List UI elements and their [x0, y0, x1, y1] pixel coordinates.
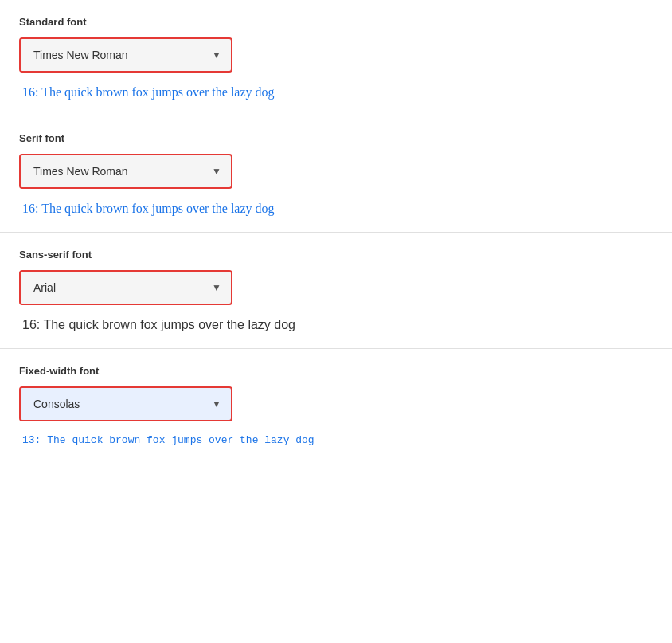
fixed-width-font-preview: 13: The quick brown fox jumps over the l… [19, 434, 653, 446]
standard-font-preview-size: 16: [22, 85, 41, 99]
sans-serif-font-select[interactable]: Arial Helvetica Verdana Tahoma Trebuchet… [22, 273, 229, 302]
serif-font-preview-size: 16: [22, 202, 41, 215]
standard-font-preview: 16: The quick brown fox jumps over the l… [19, 85, 653, 100]
sans-serif-font-select-inner: Arial Helvetica Verdana Tahoma Trebuchet… [22, 273, 229, 302]
settings-page: Standard font Times New Roman Arial Geor… [0, 0, 672, 462]
fixed-width-font-preview-size: 13: [22, 434, 47, 446]
sans-serif-font-section: Sans-serif font Arial Helvetica Verdana … [0, 233, 672, 349]
sans-serif-font-preview: 16: The quick brown fox jumps over the l… [19, 318, 653, 332]
fixed-width-font-select-wrapper: Consolas Courier New Lucida Console Mona… [19, 386, 232, 421]
sans-serif-font-preview-size: 16: [22, 318, 43, 331]
serif-font-preview: 16: The quick brown fox jumps over the l… [19, 202, 653, 216]
standard-font-select-inner: Times New Roman Arial Georgia Verdana Ta… [22, 41, 229, 69]
serif-font-select-wrapper: Times New Roman Georgia Palatino Garamon… [19, 154, 232, 189]
standard-font-preview-text: The quick brown fox jumps over the lazy … [41, 85, 274, 99]
standard-font-select[interactable]: Times New Roman Arial Georgia Verdana Ta… [22, 41, 229, 69]
fixed-width-font-select[interactable]: Consolas Courier New Lucida Console Mona… [22, 390, 229, 418]
serif-font-label: Serif font [19, 132, 653, 144]
serif-font-select[interactable]: Times New Roman Georgia Palatino Garamon… [22, 157, 229, 186]
fixed-width-font-preview-text: The quick brown fox jumps over the lazy … [47, 434, 314, 446]
sans-serif-font-preview-text: The quick brown fox jumps over the lazy … [43, 318, 295, 331]
fixed-width-font-label: Fixed-width font [19, 365, 653, 377]
serif-font-select-inner: Times New Roman Georgia Palatino Garamon… [22, 157, 229, 186]
serif-font-preview-text: The quick brown fox jumps over the lazy … [41, 202, 274, 215]
sans-serif-font-select-wrapper: Arial Helvetica Verdana Tahoma Trebuchet… [19, 270, 232, 305]
sans-serif-font-label: Sans-serif font [19, 249, 653, 261]
standard-font-label: Standard font [19, 16, 653, 28]
standard-font-section: Standard font Times New Roman Arial Geor… [0, 0, 672, 116]
fixed-width-font-section: Fixed-width font Consolas Courier New Lu… [0, 349, 672, 462]
fixed-width-font-select-inner: Consolas Courier New Lucida Console Mona… [22, 390, 229, 418]
standard-font-select-wrapper: Times New Roman Arial Georgia Verdana Ta… [19, 37, 232, 73]
serif-font-section: Serif font Times New Roman Georgia Palat… [0, 116, 672, 233]
